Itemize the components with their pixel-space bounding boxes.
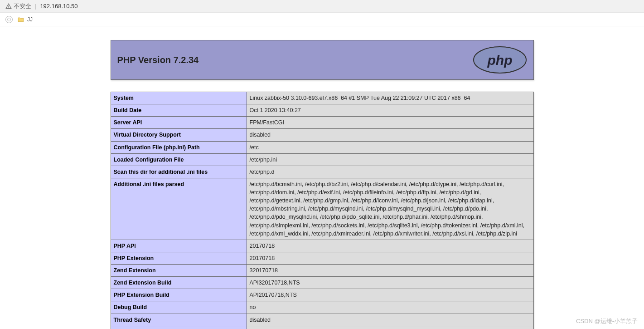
info-value: /etc/php.d/bcmath.ini, /etc/php.d/bz2.in… [247, 178, 533, 240]
table-row: Loaded Configuration File/etc/php.ini [111, 153, 533, 166]
info-label: Loaded Configuration File [111, 153, 247, 166]
table-row: Zend Extension BuildAPI320170718,NTS [111, 277, 533, 289]
info-label: Virtual Directory Support [111, 129, 247, 141]
info-value: disabled [247, 129, 533, 141]
separator: | [35, 3, 36, 10]
info-value: Oct 1 2020 13:40:27 [247, 104, 533, 117]
table-row: Additional .ini files parsed/etc/php.d/b… [111, 178, 533, 240]
info-value: 20170718 [247, 240, 533, 252]
table-row: Debug Buildno [111, 301, 533, 314]
bookmark-folder[interactable]: JJ [17, 16, 33, 23]
table-row: SystemLinux zabbix-50 3.10.0-693.el7.x86… [111, 92, 533, 104]
info-value: disabled [247, 314, 533, 326]
table-row: Thread Safetydisabled [111, 314, 533, 326]
page-title: PHP Version 7.2.34 [117, 55, 199, 65]
svg-text:php: php [487, 53, 512, 68]
svg-rect-1 [8, 7, 9, 8]
svg-rect-0 [8, 5, 9, 7]
info-label: Debug Build [111, 301, 247, 314]
info-label: Additional .ini files parsed [111, 178, 247, 240]
table-row: Configuration File (php.ini) Path/etc [111, 141, 533, 153]
info-label: PHP Extension [111, 252, 247, 264]
info-label: System [111, 92, 247, 104]
table-row: Zend Extension320170718 [111, 265, 533, 277]
warning-icon [5, 3, 12, 10]
php-logo: php [473, 46, 527, 74]
info-value: Linux zabbix-50 3.10.0-693.el7.x86_64 #1… [247, 92, 533, 104]
info-value: /etc [247, 141, 533, 153]
info-label: PHP Extension Build [111, 289, 247, 301]
info-label: Thread Safety [111, 314, 247, 326]
info-label: Scan this dir for additional .ini files [111, 166, 247, 178]
folder-icon [17, 16, 24, 23]
info-value: enabled [247, 326, 533, 329]
info-value: /etc/php.d [247, 166, 533, 178]
phpinfo-table: SystemLinux zabbix-50 3.10.0-693.el7.x86… [111, 92, 534, 329]
info-value: 320170718 [247, 265, 533, 277]
info-label: Zend Extension [111, 265, 247, 277]
url-text[interactable]: 192.168.10.50 [40, 3, 77, 10]
table-row: Scan this dir for additional .ini files/… [111, 166, 533, 178]
bookmark-label: JJ [27, 16, 33, 23]
watermark: CSDN @运维-小羊羔子 [576, 317, 638, 325]
app-icon[interactable] [5, 16, 13, 23]
security-label: 不安全 [14, 2, 31, 10]
info-value: 20170718 [247, 252, 533, 264]
security-warning: 不安全 [5, 2, 31, 10]
phpinfo-content: PHP Version 7.2.34 php SystemLinux zabbi… [111, 40, 534, 329]
table-row: PHP API20170718 [111, 240, 533, 252]
bookmark-bar: JJ [0, 13, 644, 26]
info-label: Zend Extension Build [111, 277, 247, 289]
info-label: Server API [111, 117, 247, 129]
info-label: Zend Signal Handling [111, 326, 247, 329]
address-bar: 不安全 | 192.168.10.50 [0, 0, 644, 13]
table-row: PHP Extension BuildAPI20170718,NTS [111, 289, 533, 301]
info-label: Build Date [111, 104, 247, 117]
table-row: Zend Signal Handlingenabled [111, 326, 533, 329]
info-value: API320170718,NTS [247, 277, 533, 289]
table-row: Build DateOct 1 2020 13:40:27 [111, 104, 533, 117]
table-row: PHP Extension20170718 [111, 252, 533, 264]
table-row: Virtual Directory Supportdisabled [111, 129, 533, 141]
info-value: /etc/php.ini [247, 153, 533, 166]
info-value: API20170718,NTS [247, 289, 533, 301]
info-value: no [247, 301, 533, 314]
info-label: PHP API [111, 240, 247, 252]
info-label: Configuration File (php.ini) Path [111, 141, 247, 153]
info-value: FPM/FastCGI [247, 117, 533, 129]
table-row: Server APIFPM/FastCGI [111, 117, 533, 129]
phpinfo-header: PHP Version 7.2.34 php [111, 40, 534, 80]
